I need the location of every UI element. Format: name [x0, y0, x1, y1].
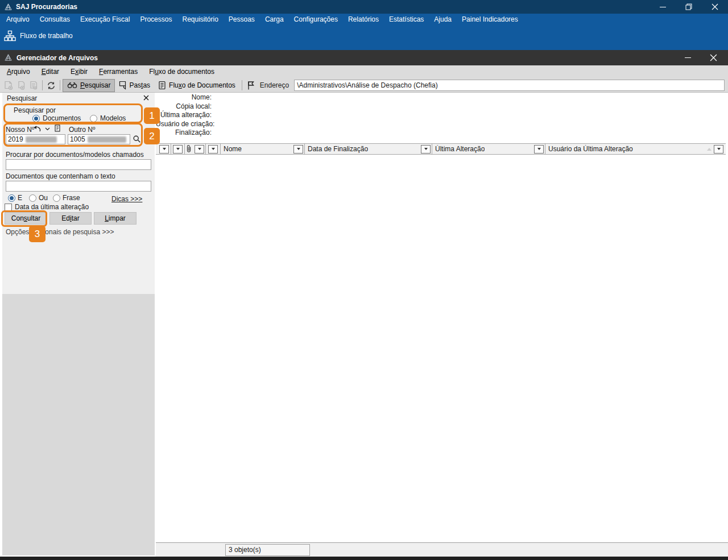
- file-list-header: Nome Data de Finalização Última Alteraçã…: [156, 143, 726, 155]
- app-menubar: Arquivo Consultas Execução Fiscal Proces…: [0, 14, 728, 26]
- workflow-label: Fluxo de trabalho: [20, 32, 73, 40]
- fm-menu-exibir[interactable]: Exibir: [65, 65, 93, 78]
- address-label: Endereço: [260, 81, 289, 89]
- column-header-data-finalizacao[interactable]: Data de Finalização: [305, 144, 432, 154]
- chevron-down-icon[interactable]: [45, 127, 50, 131]
- filter-dropdown-icon[interactable]: [421, 145, 431, 154]
- column-filter-cell: [171, 144, 185, 154]
- note-icon[interactable]: [55, 125, 60, 132]
- file-manager-logo-icon: [4, 53, 13, 62]
- status-bar: 3 objeto(s): [156, 542, 728, 557]
- search-toggle-label: Pesquisar: [80, 81, 110, 89]
- close-icon[interactable]: [702, 0, 728, 14]
- detail-label-nome: Nome:: [156, 93, 212, 102]
- fm-close-icon[interactable]: [701, 50, 726, 65]
- called-docs-label: Procurar por documentos/modelos chamados: [6, 151, 144, 159]
- called-docs-input[interactable]: [6, 159, 151, 170]
- menu-item-requisitorio[interactable]: Requisitório: [177, 14, 223, 26]
- editar-button[interactable]: Editar: [49, 212, 92, 225]
- paperclip-icon: [187, 145, 191, 153]
- search-pane-lower-area: [2, 294, 155, 555]
- menu-item-carga[interactable]: Carga: [260, 14, 289, 26]
- radio-modelos[interactable]: [90, 115, 97, 122]
- menu-item-execucao-fiscal[interactable]: Execução Fiscal: [75, 14, 135, 26]
- new-document-icon[interactable]: [2, 80, 15, 92]
- flag-icon: [245, 80, 257, 92]
- menu-item-pessoas[interactable]: Pessoas: [224, 14, 260, 26]
- menu-item-arquivo[interactable]: Arquivo: [1, 14, 35, 26]
- radio-ou[interactable]: [29, 194, 36, 202]
- app-title: SAJ Procuradorias: [16, 3, 77, 11]
- saj-logo-icon: [4, 3, 13, 11]
- pane-close-icon[interactable]: [143, 95, 149, 101]
- contains-text-input[interactable]: [6, 181, 151, 192]
- restore-icon[interactable]: [676, 0, 702, 14]
- column-filter-cell: [158, 144, 171, 154]
- annotation-badge-1: 1: [144, 107, 160, 124]
- radio-ou-label[interactable]: Ou: [39, 194, 48, 202]
- minimize-icon[interactable]: [650, 0, 676, 14]
- limpar-button[interactable]: Limpar: [94, 212, 136, 225]
- last-change-date-label[interactable]: Data da última alteração: [15, 203, 89, 211]
- undo-icon[interactable]: [32, 126, 41, 132]
- column-filter-cell: [206, 144, 221, 154]
- tips-link[interactable]: Dicas >>>: [111, 195, 142, 203]
- column-header-ultima-alteracao[interactable]: Última Alteração: [432, 144, 545, 154]
- radio-documentos-label[interactable]: Documentos: [43, 114, 81, 122]
- detail-label-ultima-alteracao: Última alteração:: [156, 111, 212, 120]
- menu-item-painel-indicadores[interactable]: Painel Indicadores: [457, 14, 523, 26]
- radio-frase[interactable]: [53, 194, 60, 202]
- menu-item-estatisticas[interactable]: Estatísticas: [384, 14, 429, 26]
- menu-item-processos[interactable]: Processos: [135, 14, 177, 26]
- consultar-button[interactable]: Consultar: [5, 212, 47, 225]
- annotation-badge-3: 3: [29, 226, 46, 242]
- fm-minimize-icon[interactable]: [675, 50, 701, 65]
- refresh-icon[interactable]: [45, 80, 57, 92]
- filter-dropdown-icon[interactable]: [173, 145, 183, 154]
- fm-menu-arquivo[interactable]: Arquivo: [1, 65, 36, 78]
- window-controls: [650, 0, 728, 14]
- radio-modelos-label[interactable]: Modelos: [100, 114, 126, 122]
- file-manager-title: Gerenciador de Arquivos: [16, 54, 98, 62]
- menu-item-ajuda[interactable]: Ajuda: [429, 14, 457, 26]
- app-toolbar: Fluxo de trabalho: [0, 26, 728, 50]
- search-icon[interactable]: [133, 135, 141, 143]
- nosso-numero-input[interactable]: 2019: [6, 134, 65, 144]
- menu-item-relatorios[interactable]: Relatórios: [343, 14, 384, 26]
- menu-item-configuracoes[interactable]: Configurações: [289, 14, 343, 26]
- fm-menu-ferramentas[interactable]: Ferramentas: [93, 65, 143, 78]
- filter-dropdown-icon[interactable]: [208, 145, 218, 154]
- filter-dropdown-icon[interactable]: [293, 145, 303, 154]
- folders-button[interactable]: Pastas: [115, 80, 154, 92]
- radio-e-label[interactable]: E: [18, 194, 22, 202]
- menu-item-consultas[interactable]: Consultas: [35, 14, 75, 26]
- filter-dropdown-icon[interactable]: [534, 145, 544, 154]
- outro-numero-input[interactable]: 1005: [68, 134, 130, 144]
- copy-document-icon[interactable]: [15, 80, 27, 92]
- more-options-link[interactable]: Opções adicionais de pesquisa >>>: [6, 228, 114, 236]
- last-change-date-checkbox[interactable]: [5, 204, 12, 211]
- annotation-badge-2: 2: [144, 128, 160, 144]
- file-list-area[interactable]: [156, 155, 728, 542]
- toolbar-separator: [242, 80, 242, 90]
- filter-dropdown-icon[interactable]: [159, 145, 169, 154]
- column-header-usuario-ultima-alteracao[interactable]: Usuário da Última Alteração: [545, 144, 726, 154]
- filter-dropdown-icon[interactable]: [195, 145, 204, 154]
- file-manager-toolbar: Pesquisar Pastas Fluxo de Documentos End…: [0, 78, 728, 93]
- filter-dropdown-icon[interactable]: [714, 145, 723, 154]
- toolbar-separator: [42, 80, 43, 90]
- radio-documentos[interactable]: [32, 115, 40, 122]
- fm-menu-editar[interactable]: Editar: [36, 65, 65, 78]
- search-pane: Pesquisar Pesquisar por Documentos Model…: [2, 93, 155, 555]
- address-input[interactable]: \Administrativos\Análise de Despacho (Ch…: [294, 80, 725, 91]
- workflow-button[interactable]: Fluxo de trabalho: [4, 30, 73, 42]
- remove-document-icon[interactable]: [27, 80, 40, 92]
- app-titlebar: SAJ Procuradorias: [0, 0, 728, 14]
- radio-e[interactable]: [8, 194, 15, 202]
- file-manager-menubar: Arquivo Editar Exibir Ferramentas Fluxo …: [0, 65, 728, 78]
- search-toggle-button[interactable]: Pesquisar: [63, 79, 115, 92]
- radio-frase-label[interactable]: Frase: [63, 194, 80, 202]
- document-flow-button[interactable]: Fluxo de Documentos: [154, 80, 239, 92]
- column-header-nome[interactable]: Nome: [221, 144, 305, 154]
- fm-menu-fluxo-documentos[interactable]: Fluxo de documentos: [143, 65, 220, 78]
